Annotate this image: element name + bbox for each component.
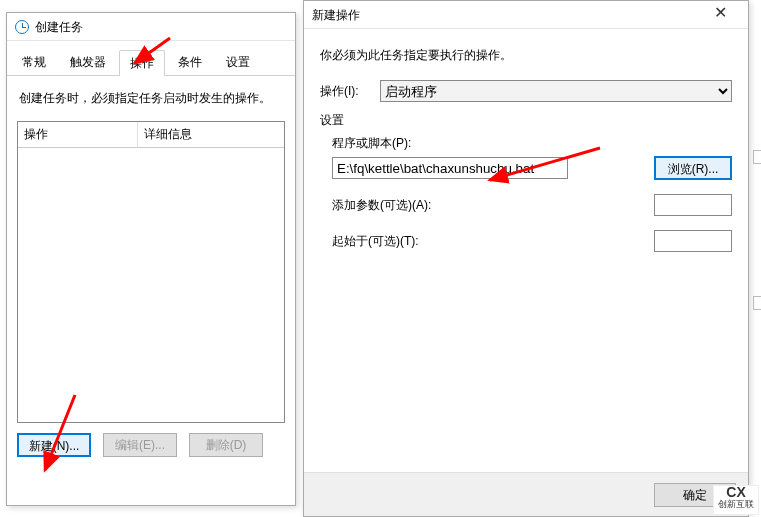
- actions-description: 创建任务时，必须指定任务启动时发生的操作。: [7, 76, 295, 121]
- actions-button-row: 新建(N)... 编辑(E)... 删除(D): [7, 423, 295, 467]
- instruction-text: 你必须为此任务指定要执行的操作。: [320, 47, 732, 64]
- startin-label: 起始于(可选)(T):: [332, 233, 432, 250]
- edit-button[interactable]: 编辑(E)...: [103, 433, 177, 457]
- close-icon[interactable]: ✕: [700, 1, 740, 29]
- col-action[interactable]: 操作: [18, 122, 138, 147]
- tab-general[interactable]: 常规: [11, 49, 57, 75]
- watermark-brand: 创新互联: [718, 499, 754, 509]
- create-task-title: 创建任务: [35, 13, 287, 41]
- clock-icon: [15, 20, 29, 34]
- side-mark-2: [753, 296, 761, 310]
- tab-actions[interactable]: 操作: [119, 50, 165, 76]
- settings-column: 程序或脚本(P): 浏览(R)... 添加参数(可选)(A): 起始于(可选)(…: [320, 135, 732, 252]
- new-action-dialog: 新建操作 ✕ 你必须为此任务指定要执行的操作。 操作(I): 启动程序 设置 程…: [303, 0, 749, 517]
- col-detail[interactable]: 详细信息: [138, 122, 284, 147]
- args-input[interactable]: [654, 194, 732, 216]
- watermark-logo: CX 创新互联: [713, 485, 759, 515]
- tab-conditions[interactable]: 条件: [167, 49, 213, 75]
- tab-triggers[interactable]: 触发器: [59, 49, 117, 75]
- create-task-dialog: 创建任务 常规 触发器 操作 条件 设置 创建任务时，必须指定任务启动时发生的操…: [6, 12, 296, 506]
- side-mark-1: [753, 150, 761, 164]
- watermark-mark: CX: [726, 484, 745, 500]
- new-action-body: 你必须为此任务指定要执行的操作。 操作(I): 启动程序 设置 程序或脚本(P)…: [304, 29, 748, 264]
- operation-select[interactable]: 启动程序: [380, 80, 732, 102]
- tab-strip: 常规 触发器 操作 条件 设置: [7, 45, 295, 76]
- actions-table-header: 操作 详细信息: [18, 122, 284, 148]
- new-button[interactable]: 新建(N)...: [17, 433, 91, 457]
- tab-settings[interactable]: 设置: [215, 49, 261, 75]
- actions-table[interactable]: 操作 详细信息: [17, 121, 285, 423]
- args-label: 添加参数(可选)(A):: [332, 197, 432, 214]
- delete-button[interactable]: 删除(D): [189, 433, 263, 457]
- startin-row: 起始于(可选)(T):: [332, 230, 732, 252]
- program-block: 程序或脚本(P): 浏览(R)...: [332, 135, 732, 180]
- new-action-titlebar: 新建操作 ✕: [304, 1, 748, 29]
- program-input[interactable]: [332, 157, 568, 179]
- operation-label: 操作(I):: [320, 83, 380, 100]
- operation-row: 操作(I): 启动程序: [320, 80, 732, 102]
- browse-button[interactable]: 浏览(R)...: [654, 156, 732, 180]
- create-task-titlebar: 创建任务: [7, 13, 295, 41]
- new-action-title: 新建操作: [312, 1, 700, 29]
- args-row: 添加参数(可选)(A):: [332, 194, 732, 216]
- bottom-bar: 确定: [304, 472, 748, 516]
- startin-input[interactable]: [654, 230, 732, 252]
- settings-section-label: 设置: [320, 112, 732, 129]
- program-label: 程序或脚本(P):: [332, 135, 732, 152]
